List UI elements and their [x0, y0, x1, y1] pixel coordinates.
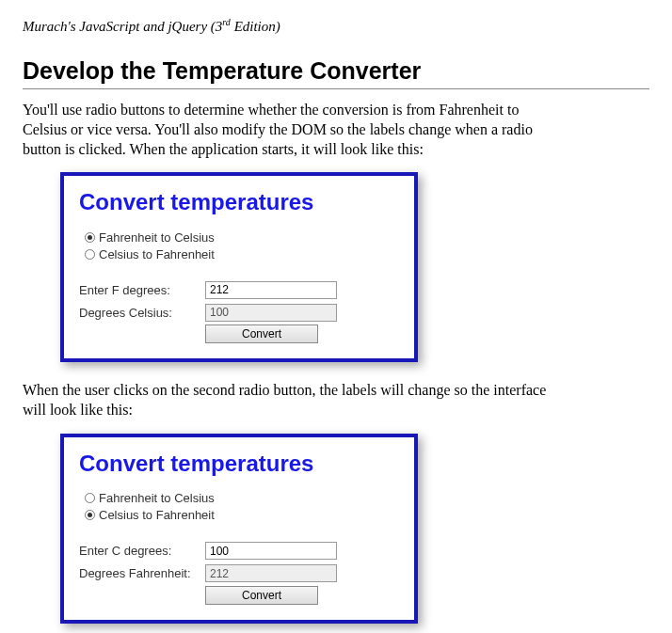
field-label: Enter C degrees: [79, 544, 205, 558]
convert-button[interactable]: Convert [205, 324, 318, 343]
mockup-after-click: Convert temperatures Fahrenheit to Celsi… [60, 434, 418, 624]
page-title: Develop the Temperature Converter [23, 57, 649, 89]
radio-c-to-f[interactable]: Celsius to Fahrenheit [85, 245, 399, 262]
radio-c-to-f[interactable]: Celsius to Fahrenheit [85, 507, 399, 524]
radio-icon [85, 232, 95, 243]
field-label: Degrees Celsius: [79, 306, 205, 320]
radio-f-to-c[interactable]: Fahrenheit to Celsius [85, 229, 399, 245]
input-row-result: Degrees Celsius: [79, 302, 399, 323]
field-label: Degrees Fahrenheit: [79, 566, 205, 580]
degrees-input[interactable] [205, 542, 337, 560]
mock-title: Convert temperatures [79, 451, 399, 477]
radio-label: Celsius to Fahrenheit [99, 508, 215, 522]
radio-f-to-c[interactable]: Fahrenheit to Celsius [85, 490, 399, 507]
radio-group: Fahrenheit to Celsius Celsius to Fahrenh… [85, 490, 399, 524]
degrees-output [205, 304, 337, 322]
field-label: Enter F degrees: [79, 283, 205, 297]
radio-icon [85, 510, 95, 520]
input-row-enter: Enter F degrees: [79, 279, 399, 300]
intro-paragraph: You'll use radio buttons to determine wh… [23, 101, 550, 159]
mid-paragraph: When the user clicks on the second radio… [23, 381, 550, 420]
degrees-input[interactable] [205, 281, 337, 299]
radio-group: Fahrenheit to Celsius Celsius to Fahrenh… [85, 229, 399, 262]
input-row-enter: Enter C degrees: [79, 541, 399, 562]
mock-title: Convert temperatures [79, 189, 399, 215]
mockup-initial: Convert temperatures Fahrenheit to Celsi… [60, 172, 418, 362]
radio-label: Fahrenheit to Celsius [99, 491, 215, 505]
radio-label: Fahrenheit to Celsius [99, 230, 215, 245]
button-row: Convert [79, 586, 399, 605]
convert-button[interactable]: Convert [205, 586, 318, 605]
radio-label: Celsius to Fahrenheit [99, 247, 215, 261]
book-title: Murach's JavaScript and jQuery (3rd Edit… [23, 17, 649, 35]
radio-icon [85, 249, 95, 260]
degrees-output [205, 564, 337, 582]
button-row: Convert [79, 324, 399, 343]
radio-icon [85, 493, 95, 503]
input-row-result: Degrees Fahrenheit: [79, 563, 399, 584]
